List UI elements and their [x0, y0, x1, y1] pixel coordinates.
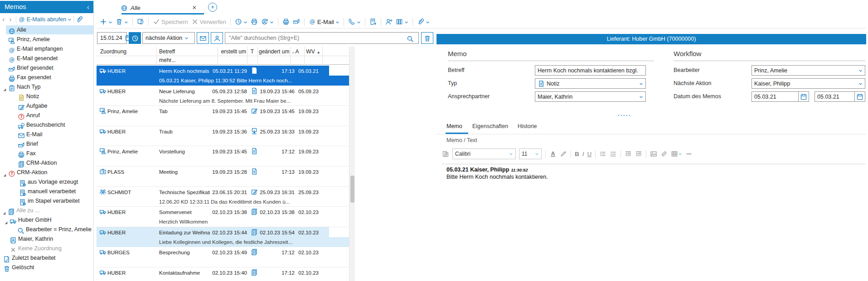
date-filter-input[interactable]: 15.01.24	[97, 32, 127, 44]
attachment-button[interactable]	[417, 18, 430, 26]
font-size-select[interactable]: 11	[519, 148, 542, 159]
bearbeiter-select[interactable]: Prinz, Amelie	[752, 65, 865, 76]
sidebar-item-notiz[interactable]: Notiz	[0, 92, 93, 101]
sidebar-item-manuell-verarbeitet[interactable]: manuell verarbeitet	[0, 187, 93, 196]
paste-button[interactable]	[442, 150, 449, 157]
sidebar-item-e-mail[interactable]: E-Mail	[0, 130, 93, 139]
datum-field-1[interactable]	[752, 91, 799, 102]
splitter-handle[interactable]: ·····	[611, 112, 638, 119]
sidebar-item-nach-typ[interactable]: Nach Typ	[0, 82, 93, 91]
insert-image-button[interactable]	[650, 150, 657, 157]
search-icon[interactable]	[407, 34, 414, 43]
sidebar-item-brief-gesendet[interactable]: Brief gesendet	[0, 63, 93, 72]
sidebar-item-alle[interactable]: Alle	[0, 25, 93, 34]
sidebar-item-crm-aktion[interactable]: ?CRM-Aktion	[0, 168, 93, 177]
letter-button[interactable]	[293, 18, 300, 26]
italic-button[interactable]: I	[582, 151, 584, 157]
call-button[interactable]	[348, 18, 361, 26]
typ-select[interactable]: Notiz	[535, 78, 646, 89]
email-button[interactable]: @E-Mail	[309, 18, 339, 26]
sidebar-item-e-mail-empfangen[interactable]: @E-Mail empfangen	[0, 44, 93, 53]
reminder-button[interactable]	[235, 18, 247, 26]
betreff-input[interactable]	[538, 67, 643, 74]
delete-button[interactable]	[116, 18, 128, 26]
memo-row[interactable]: HUBEREinladung zur Weihna...02.10.23 15:…	[97, 227, 349, 248]
memo-row[interactable]: SCHMIDTTechnische Spezifikation23.06.15 …	[97, 187, 349, 207]
columns-button[interactable]	[396, 18, 408, 26]
memo-row[interactable]: HUBERKontaktaufnahme02.10.23 15:4017:120…	[97, 267, 349, 281]
font-family-select[interactable]: Calibri	[452, 148, 516, 159]
sidebar-item-aus-vorlage-erzeugt[interactable]: aus Vorlage erzeugt	[0, 177, 93, 186]
chevron-down-icon[interactable]	[68, 16, 72, 23]
memo-row[interactable]: HUBERTraub19.09.23 15:3625.09.23 16:3319…	[97, 126, 349, 147]
highlight-button[interactable]	[560, 150, 567, 157]
insert-link-button[interactable]	[660, 150, 668, 157]
outdent-button[interactable]	[625, 150, 632, 157]
tree-expander-icon[interactable]	[2, 208, 6, 213]
tab-alle[interactable]: Alle ✕	[121, 2, 197, 13]
sidebar-item-maier-kathrin[interactable]: Maier, Kathrin	[0, 234, 93, 243]
sidebar-item-prinz-amelie[interactable]: Prinz, Amelie	[0, 35, 93, 44]
betreff-field[interactable]	[535, 65, 646, 76]
underline-button[interactable]: U	[587, 151, 592, 157]
tree-expander-icon[interactable]	[4, 218, 8, 222]
sidebar-item-huber-gmbh[interactable]: Huber GmbH	[0, 215, 93, 224]
vertical-scrollbar[interactable]	[349, 47, 355, 281]
reminder-filter-toggle[interactable]	[129, 32, 141, 44]
assign-button[interactable]	[261, 18, 274, 26]
tab-close-icon[interactable]: ✕	[192, 5, 197, 11]
column-header-a[interactable]: A	[290, 48, 304, 56]
sidebar-item-e-mail-gesendet[interactable]: @E-Mail gesendet	[0, 54, 93, 63]
contact-filter-button[interactable]	[211, 32, 223, 44]
more-filter-link[interactable]: mehr...	[159, 56, 176, 64]
bullet-list-button[interactable]	[599, 150, 606, 157]
new-memo-button[interactable]	[100, 18, 112, 26]
tab-historie[interactable]: Historie	[518, 123, 537, 133]
sidebar-item-im-stapel-verarbeitet[interactable]: im Stapel verarbeitet	[0, 196, 93, 205]
calendar-button-2[interactable]	[855, 91, 865, 102]
fetch-emails-button[interactable]: E-Mails abrufen	[27, 16, 67, 23]
numbered-list-button[interactable]: 123	[610, 150, 617, 157]
mail-filter-button[interactable]	[197, 32, 209, 44]
tab-eigenschaften[interactable]: Eigenschaften	[472, 123, 508, 133]
add-contact-button[interactable]	[385, 18, 393, 26]
horizontal-rule-button[interactable]	[685, 150, 693, 157]
tree-expander-icon[interactable]	[2, 85, 7, 89]
forward-button[interactable]: ›	[7, 15, 14, 24]
memo-row[interactable]: Prinz, AmelieTab19.09.23 15:4519.09.23 1…	[97, 106, 349, 126]
datum-field-2[interactable]	[815, 91, 855, 102]
datum-input-2[interactable]	[817, 94, 852, 100]
print-button[interactable]	[251, 18, 258, 26]
memo-row[interactable]: BURGESBesprechung02.10.23 15:4917:1202.1…	[97, 247, 349, 267]
tab-memo[interactable]: Memo	[446, 123, 462, 133]
column-header-zuordnung[interactable]: Zuordnung	[100, 48, 126, 56]
sidebar-item-crm-aktion[interactable]: CRM-Aktion	[0, 158, 93, 167]
sidebar-item-gel-scht[interactable]: Gelöscht	[0, 263, 93, 272]
sidebar-item-fax-gesendet[interactable]: Fax gesendet	[0, 73, 93, 82]
memo-row[interactable]: HUBERHerrn Koch nochmals ...05.03.21 11:…	[97, 66, 349, 86]
memo-row[interactable]: HUBERNeue Lieferung05.09.23 12:5819.09.2…	[97, 86, 349, 106]
sidebar-collapse-button[interactable]: ‹	[87, 1, 89, 13]
clear-search-button[interactable]	[421, 32, 433, 44]
scrollbar-thumb[interactable]	[350, 176, 354, 203]
sidebar-item-zuletzt-bearbeitet[interactable]: Zuletzt bearbeitet	[0, 253, 93, 262]
font-color-button[interactable]: A	[549, 150, 557, 157]
new-tab-button[interactable]: +	[208, 3, 217, 12]
indent-button[interactable]	[635, 150, 642, 157]
back-button[interactable]: ‹	[0, 15, 7, 24]
memo-row[interactable]: Prinz, AmelieVorstellung19.09.23 15:4517…	[97, 146, 349, 167]
tree-expander-icon[interactable]	[2, 170, 7, 175]
ansprechpartner-select[interactable]: Maier, Kathrin	[535, 91, 646, 102]
naechste-aktion-select[interactable]: Kaiser, Philipp	[752, 78, 865, 89]
column-header-geaendert[interactable]: geändert um▲	[259, 48, 295, 56]
memo-row[interactable]: PLASSMeeting19.09.23 15:2817:1319.09.23	[97, 167, 349, 187]
memo-entry-text[interactable]: Bitte Herrn Koch nochmals kontaktieren.	[446, 174, 548, 180]
column-header-erstellt[interactable]: erstellt um	[216, 48, 246, 56]
sidebar-item-fax[interactable]: Fax	[0, 149, 93, 158]
insert-table-button[interactable]	[671, 150, 682, 157]
sidebar-item-keine-zuordnung[interactable]: Keine Zuordnung	[0, 244, 93, 253]
sidebar-item-alle-zu[interactable]: Alle zu ...	[0, 206, 93, 215]
bold-button[interactable]: B	[575, 151, 579, 157]
column-header-t[interactable]: T	[247, 48, 257, 56]
sidebar-item-anruf[interactable]: ?Anruf	[0, 111, 93, 120]
